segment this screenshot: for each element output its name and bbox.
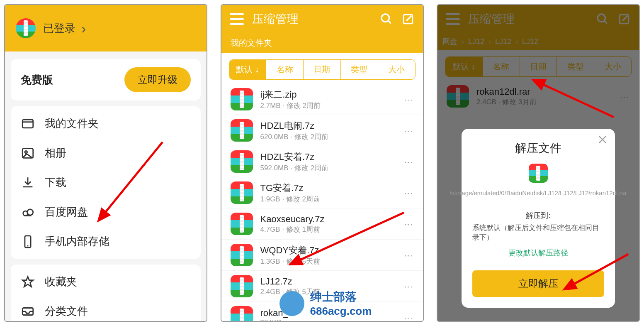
image-icon	[21, 146, 35, 160]
extract-now-button[interactable]: 立即解压	[472, 270, 604, 297]
sort-type[interactable]: 类型	[341, 60, 378, 79]
folder-icon	[21, 117, 35, 131]
more-icon[interactable]: ⋮	[403, 158, 414, 165]
file-text: ij来二.zip 2.7MB · 修改 2周前	[260, 88, 396, 110]
login-status-text: 已登录	[43, 21, 75, 36]
menu-album[interactable]: 相册	[11, 138, 201, 168]
sort-default[interactable]: 默认 ↓	[229, 60, 267, 79]
upgrade-button[interactable]: 立即升级	[124, 67, 191, 92]
archive-icon	[231, 150, 253, 173]
sidebar-body: 免费版 立即升级 我的文件夹 相册 下载 百度网盘 手机内部存储	[5, 51, 207, 321]
change-path-link[interactable]: 更改默认解压路径	[508, 248, 568, 258]
file-meta: 1.3GB · 修改 5天前	[260, 257, 396, 266]
dialog-file-path: /storage/emulated/0/BaiduNetdisk/LJ12/LJ…	[450, 189, 627, 198]
file-name: Kaoxseucary.7z	[260, 214, 396, 225]
menu-download[interactable]: 下载	[11, 168, 201, 197]
more-icon[interactable]: ⋮	[403, 251, 414, 259]
inbox-icon	[21, 304, 35, 319]
file-row[interactable]: HDZL电闹.7z620.0MB · 修改 2周前 ⋮	[221, 115, 423, 146]
extract-dialog: 解压文件 /storage/emulated/0/BaiduNetdisk/LJ…	[462, 129, 615, 308]
dialog-to-label: 解压到:	[526, 211, 550, 221]
file-meta: 620.0MB · 修改 2周前	[260, 132, 396, 142]
screen-3-extract-dialog: 压缩管理 网盘› LJ12› LJ12› LJ12 默认 ↓ 名称 日期 类型 …	[437, 4, 640, 322]
dialog-title: 解压文件	[515, 140, 561, 156]
menu-baidu[interactable]: 百度网盘	[11, 197, 201, 227]
file-row[interactable]: WQDY安着.7z1.3GB · 修改 5天前 ⋮	[221, 240, 423, 271]
more-icon[interactable]: ⋮	[403, 314, 414, 321]
more-icon[interactable]: ⋮	[403, 282, 414, 290]
file-meta: 2.7MB · 修改 2周前	[260, 101, 396, 110]
menu-label: 下载	[45, 175, 66, 190]
watermark: 绅士部落 686acg.com	[279, 289, 372, 318]
menu-label: 分类文件	[45, 304, 88, 319]
archive-icon	[231, 244, 253, 266]
svg-rect-0	[22, 120, 33, 128]
close-icon[interactable]	[597, 134, 608, 145]
watermark-text-2: 686acg.com	[310, 305, 372, 318]
login-status[interactable]: 已登录 ›	[43, 20, 86, 37]
menu-favorites[interactable]: 收藏夹	[11, 267, 201, 297]
file-name: HDZL安着.7z	[260, 151, 396, 163]
file-name: TG安着.7z	[260, 182, 396, 194]
screen-2-filelist: 压缩管理 我的文件夹 默认 ↓ 名称 日期 类型 大小 ij来二.zip 2.7…	[221, 4, 424, 322]
version-label: 免费版	[21, 73, 53, 87]
archive-icon	[231, 275, 253, 297]
profile-header[interactable]: 已登录 ›	[5, 5, 207, 51]
svg-point-7	[382, 14, 389, 22]
file-list[interactable]: ij来二.zip 2.7MB · 修改 2周前 ⋮ HDZL电闹.7z620.0…	[221, 84, 423, 321]
screen-1-sidebar: 已登录 › 免费版 立即升级 我的文件夹 相册 下载 百度网盘	[4, 4, 207, 322]
menu-internal-storage[interactable]: 手机内部存储	[11, 227, 201, 256]
menu-group-2: 收藏夹 分类文件 回收站	[11, 265, 201, 321]
menu-category[interactable]: 分类文件	[11, 297, 201, 321]
download-icon	[21, 176, 35, 190]
sort-size[interactable]: 大小	[378, 60, 415, 79]
menu-label: 相册	[45, 146, 66, 160]
watermark-avatar-icon	[279, 291, 304, 316]
upgrade-card: 免费版 立即升级	[11, 59, 201, 100]
file-row[interactable]: TG安着.7z1.9GB · 修改 2周前 ⋮	[221, 177, 423, 208]
file-row[interactable]: Kaoxseucary.7z4.7GB · 修改 1周前 ⋮	[221, 208, 423, 240]
archive-icon	[231, 213, 253, 235]
app-logo-icon	[16, 18, 36, 38]
menu-label: 收藏夹	[45, 275, 77, 289]
file-meta: 384KB · ……	[260, 319, 396, 321]
page-title: 压缩管理	[252, 11, 372, 27]
sort-bar: 默认 ↓ 名称 日期 类型 大小	[229, 59, 416, 80]
watermark-text-1: 绅士部落	[310, 289, 372, 305]
chevron-right-icon: ›	[81, 20, 86, 37]
sort-name[interactable]: 名称	[266, 60, 304, 79]
file-name: ij来二.zip	[260, 88, 396, 101]
file-meta: 1.9GB · 修改 2周前	[260, 194, 396, 204]
dialog-to-desc: 系统默认（解压后文件和压缩包在相同目录下）	[472, 223, 604, 242]
menu-my-folder[interactable]: 我的文件夹	[11, 109, 201, 138]
menu-label: 手机内部存储	[45, 234, 109, 249]
more-icon[interactable]: ⋮	[403, 96, 414, 103]
menu-label: 我的文件夹	[45, 116, 99, 131]
archive-icon	[231, 181, 253, 204]
search-icon[interactable]	[380, 12, 393, 26]
more-icon[interactable]: ⋮	[403, 220, 414, 228]
archive-icon	[231, 306, 253, 321]
more-icon[interactable]: ⋮	[403, 127, 414, 134]
file-row[interactable]: ij来二.zip 2.7MB · 修改 2周前 ⋮	[221, 84, 423, 115]
menu-group-1: 我的文件夹 相册 下载 百度网盘 手机内部存储	[11, 106, 201, 259]
archive-icon	[231, 88, 253, 110]
file-name: WQDY安着.7z	[260, 244, 396, 257]
file-meta: 4.7GB · 修改 1周前	[260, 225, 396, 234]
top-bar: 压缩管理	[221, 5, 423, 33]
phone-icon	[21, 235, 35, 249]
file-meta: 592.0MB · 修改 2周前	[260, 163, 396, 173]
archive-icon	[529, 164, 548, 183]
svg-point-2	[25, 151, 27, 153]
file-row[interactable]: HDZL安着.7z592.0MB · 修改 2周前 ⋮	[221, 146, 423, 177]
edit-icon[interactable]	[401, 12, 415, 26]
file-name: HDZL电闹.7z	[260, 120, 396, 132]
star-icon	[21, 275, 35, 289]
menu-icon[interactable]	[230, 13, 244, 25]
cloud-icon	[21, 205, 35, 219]
folder-subtitle: 我的文件夹	[221, 33, 423, 53]
menu-label: 百度网盘	[45, 205, 88, 219]
archive-icon	[231, 119, 253, 142]
sort-date[interactable]: 日期	[304, 60, 341, 79]
more-icon[interactable]: ⋮	[403, 189, 414, 196]
